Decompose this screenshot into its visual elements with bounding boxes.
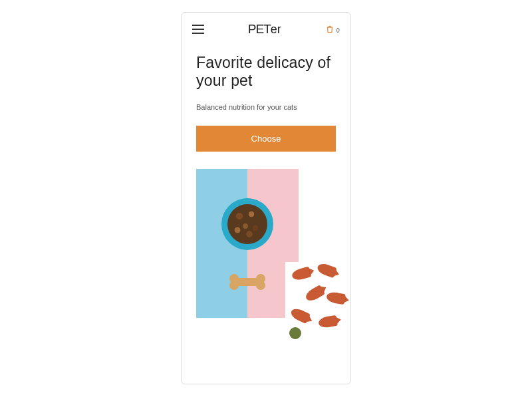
top-bar: PETer () xyxy=(182,13,350,41)
hero-gallery xyxy=(182,169,350,342)
mobile-viewport: PETer () Favorite delicacy of your pet B… xyxy=(181,12,351,384)
bone-icon xyxy=(229,274,265,290)
bowl-icon xyxy=(221,198,273,250)
hero-section: Favorite delicacy of your pet Balanced n… xyxy=(182,41,350,111)
hero-headline: Favorite delicacy of your pet xyxy=(196,54,336,90)
treats-image xyxy=(285,262,350,342)
menu-icon[interactable] xyxy=(192,25,204,34)
food-bowl-image xyxy=(196,169,299,318)
cart-button[interactable]: () xyxy=(325,25,340,34)
choose-button[interactable]: Choose xyxy=(196,126,336,152)
cart-count: () xyxy=(336,27,340,33)
brand-logo[interactable]: PETer xyxy=(248,22,281,37)
bag-icon xyxy=(325,25,334,34)
hero-subline: Balanced nutrition for your cats xyxy=(196,103,336,111)
